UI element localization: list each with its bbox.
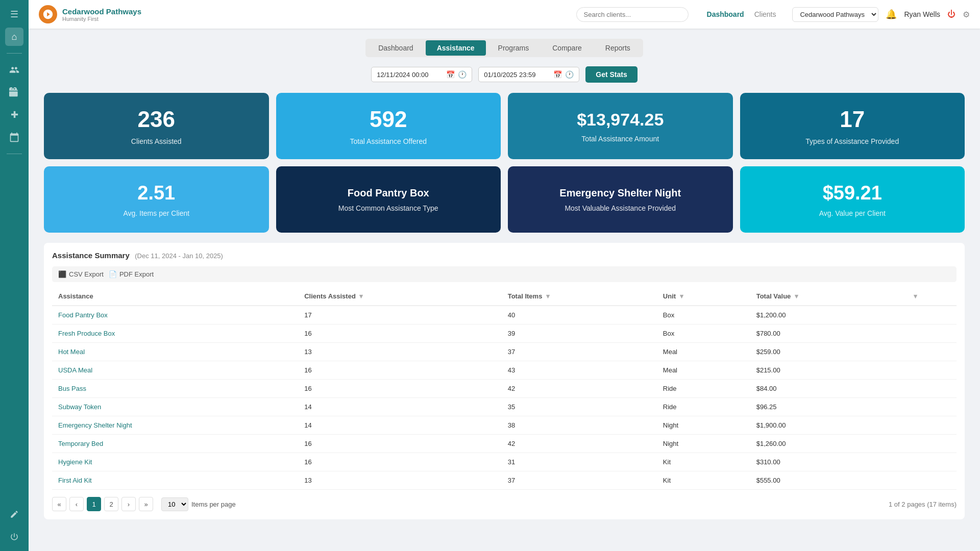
clock-start-icon[interactable]: 🕐 <box>458 70 467 79</box>
page-next-button[interactable]: › <box>121 497 136 511</box>
page-last-button[interactable]: » <box>139 497 153 511</box>
cell-clients: 17 <box>298 306 502 324</box>
cell-extra <box>905 343 957 361</box>
stat-card-total-offered: 592 Total Assistance Offered <box>276 93 501 159</box>
stat-cards-row: 236 Clients Assisted 592 Total Assistanc… <box>44 93 965 159</box>
cell-clients: 13 <box>298 471 502 490</box>
table-date-range: (Dec 11, 2024 - Jan 10, 2025) <box>135 252 223 260</box>
services-icon[interactable] <box>5 83 23 102</box>
nav-clients[interactable]: Clients <box>754 10 776 18</box>
table-row: USDA Meal 16 43 Meal $215.00 <box>52 361 957 380</box>
clock-end-icon[interactable]: 🕐 <box>565 70 574 79</box>
page-first-button[interactable]: « <box>52 497 66 511</box>
col-unit: Unit ▾ <box>657 287 750 306</box>
pagination-info: 1 of 2 pages (17 items) <box>889 500 957 508</box>
filter-items-icon[interactable]: ▾ <box>546 292 550 300</box>
cell-extra <box>905 398 957 416</box>
cell-clients: 16 <box>298 453 502 471</box>
stat-clients-label: Clients Assisted <box>131 137 182 145</box>
cell-assistance: Hygiene Kit <box>52 453 298 471</box>
cell-unit: Ride <box>657 380 750 398</box>
sidebar-divider-2 <box>7 154 22 154</box>
cell-unit: Night <box>657 435 750 453</box>
stat-card-types: 17 Types of Assistance Provided <box>740 93 965 159</box>
cell-unit: Box <box>657 306 750 324</box>
org-select[interactable]: Cedarwood Pathways <box>792 7 878 22</box>
cell-value: $215.00 <box>750 361 905 380</box>
date-end-field[interactable] <box>484 71 550 79</box>
cell-unit: Box <box>657 324 750 343</box>
avg-items-label: Avg. Items per Client <box>123 209 189 217</box>
power-icon[interactable]: ⏻ <box>947 10 955 19</box>
info-card-most-valuable: Emergency Shelter Night Most Valuable As… <box>508 166 733 233</box>
table-section: Assistance Summary (Dec 11, 2024 - Jan 1… <box>44 243 965 519</box>
cell-extra <box>905 361 957 380</box>
items-per-page-select[interactable]: 10 25 50 <box>161 497 188 511</box>
csv-export-button[interactable]: ⬛ CSV Export <box>58 270 104 278</box>
nav-dashboard[interactable]: Dashboard <box>707 10 744 18</box>
edit-icon[interactable] <box>5 505 23 523</box>
stat-offered-number: 592 <box>370 107 407 132</box>
pdf-export-button[interactable]: 📄 PDF Export <box>109 270 154 278</box>
header-right: Cedarwood Pathways 🔔 Ryan Wells ⏻ ⚙ <box>792 7 970 22</box>
cell-unit: Meal <box>657 361 750 380</box>
table-header-row: Assistance Clients Assisted ▾ Total Item… <box>52 287 957 306</box>
cell-clients: 16 <box>298 361 502 380</box>
table-row: Fresh Produce Box 16 39 Box $780.00 <box>52 324 957 343</box>
search-input[interactable] <box>576 7 689 22</box>
filter-all-icon[interactable]: ▾ <box>914 292 917 300</box>
cell-assistance: Subway Token <box>52 398 298 416</box>
cell-items: 37 <box>502 471 657 490</box>
page-prev-button[interactable]: ‹ <box>69 497 84 511</box>
avg-value-number: $59.21 <box>823 182 882 204</box>
cell-unit: Kit <box>657 471 750 490</box>
plus-icon[interactable]: ✚ <box>5 106 23 124</box>
tab-programs[interactable]: Programs <box>487 40 541 56</box>
table-row: Subway Token 14 35 Ride $96.25 <box>52 398 957 416</box>
power-icon[interactable] <box>5 528 23 546</box>
cell-items: 35 <box>502 398 657 416</box>
calendar-icon[interactable] <box>5 128 23 146</box>
menu-icon[interactable]: ☰ <box>5 5 23 23</box>
date-start-field[interactable] <box>377 71 443 79</box>
cell-extra <box>905 306 957 324</box>
bell-icon[interactable]: 🔔 <box>886 9 897 20</box>
cell-unit: Kit <box>657 453 750 471</box>
cell-assistance: Temporary Bed <box>52 435 298 453</box>
table-row: Bus Pass 16 42 Ride $84.00 <box>52 380 957 398</box>
assistance-table: Assistance Clients Assisted ▾ Total Item… <box>52 287 957 490</box>
calendar-end-icon[interactable]: 📅 <box>553 70 562 79</box>
clients-icon[interactable] <box>5 61 23 79</box>
cell-clients: 14 <box>298 416 502 435</box>
tab-reports[interactable]: Reports <box>594 40 642 56</box>
cell-assistance: Emergency Shelter Night <box>52 416 298 435</box>
most-common-label: Most Common Assistance Type <box>338 204 438 212</box>
cell-value: $1,200.00 <box>750 306 905 324</box>
tab-compare[interactable]: Compare <box>541 40 593 56</box>
cell-items: 31 <box>502 453 657 471</box>
calendar-start-icon[interactable]: 📅 <box>446 70 455 79</box>
cell-assistance: Food Pantry Box <box>52 306 298 324</box>
stat-card-clients: 236 Clients Assisted <box>44 93 269 159</box>
cell-items: 39 <box>502 324 657 343</box>
page-1-button[interactable]: 1 <box>87 497 101 511</box>
filter-value-icon[interactable]: ▾ <box>795 292 798 300</box>
info-card-avg-value: $59.21 Avg. Value per Client <box>740 166 965 233</box>
cell-unit: Ride <box>657 398 750 416</box>
cell-extra <box>905 380 957 398</box>
tab-assistance[interactable]: Assistance <box>426 40 486 56</box>
tab-dashboard[interactable]: Dashboard <box>367 40 425 56</box>
stat-offered-label: Total Assistance Offered <box>350 137 427 145</box>
filter-unit-icon[interactable]: ▾ <box>680 292 683 300</box>
avg-items-number: 2.51 <box>137 182 175 204</box>
home-icon[interactable]: ⌂ <box>5 28 23 46</box>
most-valuable-label: Most Valuable Assistance Provided <box>565 204 676 212</box>
get-stats-button[interactable]: Get Stats <box>585 66 637 83</box>
header-nav: Dashboard Clients <box>707 10 776 18</box>
cell-items: 42 <box>502 380 657 398</box>
page-2-button[interactable]: 2 <box>104 497 118 511</box>
cell-assistance: First Aid Kit <box>52 471 298 490</box>
gear-icon[interactable]: ⚙ <box>963 10 970 19</box>
filter-clients-icon[interactable]: ▾ <box>359 292 363 300</box>
user-name: Ryan Wells <box>904 10 940 18</box>
